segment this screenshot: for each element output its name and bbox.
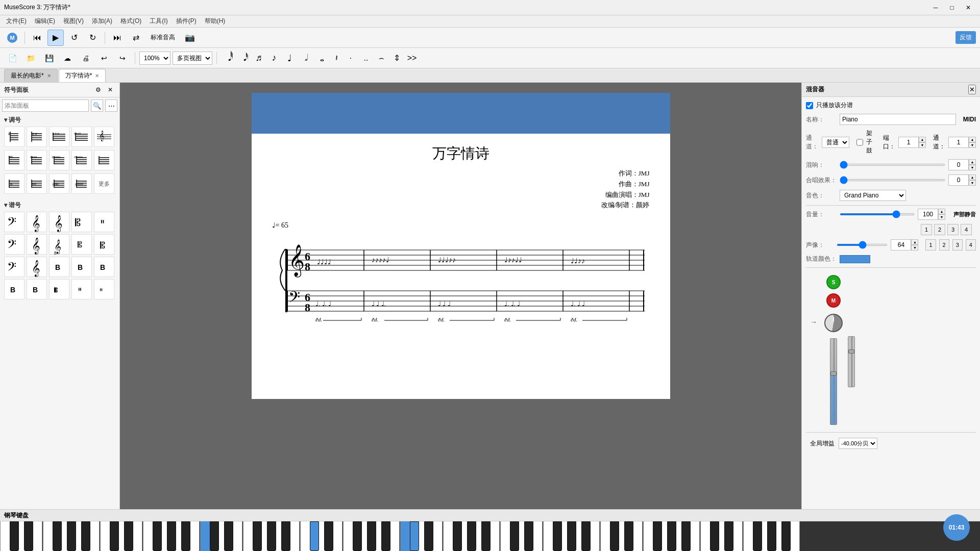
key-sig-header[interactable]: ▾ 调号 (4, 116, 115, 124)
black-key-C#8[interactable] (710, 521, 719, 551)
black-key-G#2[interactable] (167, 521, 176, 551)
black-key-D#1[interactable] (24, 521, 33, 551)
clef-alto-3[interactable]: B (71, 257, 92, 277)
black-key-G#5[interactable] (467, 521, 476, 551)
mute-button[interactable]: M (826, 293, 841, 308)
symbol-search-input[interactable] (2, 99, 89, 112)
maximize-button[interactable]: □ (944, 3, 960, 13)
menu-add[interactable]: 添加(A) (88, 16, 116, 27)
key-sig-10[interactable] (94, 150, 114, 170)
tie-button[interactable]: ⌢ (374, 51, 388, 65)
redo-button[interactable]: ↻ (84, 30, 101, 46)
note-32nd-button[interactable]: 𝅘𝅥𝅰 (236, 51, 251, 65)
menu-edit[interactable]: 编辑(E) (31, 16, 59, 27)
clef-section-header[interactable]: ▾ 谱号 (4, 201, 115, 210)
reverb-up[interactable]: ▲ (969, 174, 976, 180)
symbol-search-button[interactable]: 🔍 (91, 99, 103, 112)
clef-special-4[interactable]: 𝄥 (71, 279, 92, 299)
port-down[interactable]: ▼ (919, 142, 926, 148)
menu-format[interactable]: 格式(O) (116, 16, 145, 27)
black-key-D#4[interactable] (324, 521, 333, 551)
black-key-A#1[interactable] (81, 521, 90, 551)
black-key-A#3[interactable] (281, 521, 290, 551)
key-sig-12[interactable]: ## (27, 173, 47, 194)
standard-pitch-button[interactable]: 标准音高 (146, 31, 180, 44)
clef-treble-3[interactable]: 𝄞 (27, 234, 47, 255)
note-quarter-button[interactable]: ♩ (282, 51, 297, 65)
voice-btn-r2[interactable]: 2 (939, 239, 949, 251)
note-whole-button[interactable]: 𝅝 (313, 51, 327, 65)
black-key-A#6[interactable] (581, 521, 591, 551)
key-sig-3[interactable]: b b b (49, 127, 69, 147)
upload-button[interactable]: ☁ (59, 50, 76, 66)
note-half-button[interactable]: 𝅗𝅥 (298, 51, 312, 65)
key-sig-5[interactable]: 𝄞 (94, 127, 114, 147)
clef-special-5[interactable]: 𝄥 (94, 279, 114, 299)
solo-button[interactable]: S (826, 275, 841, 289)
undo-score-button[interactable]: ↩ (96, 50, 112, 66)
toggle-loop-button[interactable]: ⇄ (128, 30, 144, 46)
port-up[interactable]: ▲ (919, 137, 926, 142)
double-dot-button[interactable]: .. (359, 51, 373, 65)
pan-up[interactable]: ▲ (911, 239, 918, 245)
fader-handle[interactable] (830, 371, 837, 375)
black-key-A#8[interactable] (781, 521, 791, 551)
clef-b-clef-2[interactable]: 𝄡 (94, 234, 114, 255)
clef-bass-3[interactable]: 𝄢 (4, 257, 24, 277)
chorus-input[interactable] (948, 159, 969, 170)
flip-button[interactable]: ⇕ (389, 51, 404, 65)
black-key-G#1[interactable] (67, 521, 76, 551)
new-file-button[interactable]: 📄 (4, 50, 20, 66)
more-button[interactable]: >> (405, 51, 419, 65)
black-key-C#2[interactable] (110, 521, 119, 551)
dotted-button[interactable]: · (344, 51, 358, 65)
menu-file[interactable]: 文件(E) (2, 16, 31, 27)
key-sig-1[interactable]: # (4, 127, 24, 147)
black-key-F#8[interactable] (753, 521, 762, 551)
clef-treble-2[interactable]: 𝄞 (49, 212, 69, 232)
pan-down[interactable]: ▼ (911, 245, 918, 251)
black-key-F#2[interactable] (153, 521, 162, 551)
voice-btn-r3[interactable]: 3 (952, 239, 963, 251)
channel-input[interactable] (948, 137, 969, 148)
voice-btn-4[interactable]: 4 (961, 224, 972, 235)
black-key-D#5[interactable] (424, 521, 433, 551)
clef-alto-4[interactable]: B (94, 257, 114, 277)
black-key-D#8[interactable] (724, 521, 733, 551)
reverb-slider[interactable] (840, 179, 945, 181)
reverb-input[interactable] (948, 174, 969, 186)
tab-wanziqingshi[interactable]: 万字情诗* ✕ (59, 69, 106, 82)
panel-close-button[interactable]: ✕ (105, 85, 115, 95)
volume-input[interactable] (918, 209, 938, 220)
panel-settings-button[interactable]: ⚙ (93, 85, 103, 95)
key-sig-13[interactable]: bbb (49, 173, 69, 194)
ch-down[interactable]: ▼ (969, 142, 976, 148)
black-key-F#6[interactable] (553, 521, 562, 551)
note-16th-button[interactable]: ♬ (252, 51, 266, 65)
track-color-swatch[interactable] (840, 255, 870, 263)
play-button[interactable]: ▶ (47, 30, 64, 46)
rest-button[interactable]: 𝄽 (328, 51, 342, 65)
voice-btn-2[interactable]: 2 (934, 224, 945, 235)
menu-view[interactable]: 视图(V) (59, 16, 88, 27)
gain-unit-select[interactable]: -40.00分贝 (839, 438, 877, 449)
view-mode-select[interactable]: 多页视图 单页视图 (173, 52, 212, 65)
feedback-button[interactable]: 反馈 (955, 31, 976, 44)
port-input[interactable] (898, 137, 919, 148)
pan-slider[interactable] (837, 244, 888, 246)
tab-longest-movie[interactable]: 最长的电影* ✕ (4, 69, 58, 82)
clef-alto-2[interactable]: B (49, 257, 69, 277)
undo-button[interactable]: ↺ (66, 30, 82, 46)
key-sig-2[interactable]: # # (27, 127, 47, 147)
clef-treble-4[interactable]: 𝄞8 (49, 234, 69, 255)
black-key-G#8[interactable] (767, 521, 776, 551)
clef-alto-1[interactable]: 𝄡 (71, 212, 92, 232)
key-sig-15[interactable]: 更多 (94, 173, 114, 194)
voice-btn-1[interactable]: 1 (921, 224, 932, 235)
tab-close-wanziqingshi[interactable]: ✕ (95, 73, 99, 79)
black-key-D#2[interactable] (124, 521, 133, 551)
clef-bass-1[interactable]: 𝄢 (4, 212, 24, 232)
black-key-F#5[interactable] (453, 521, 462, 551)
black-key-D#7[interactable] (624, 521, 633, 551)
zoom-select[interactable]: 100% 75% 150% (139, 52, 170, 65)
